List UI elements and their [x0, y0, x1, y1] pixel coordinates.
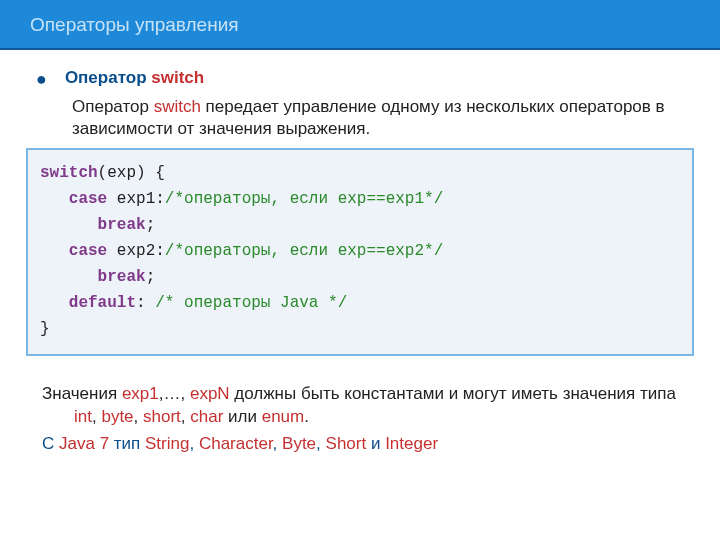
page-title: Операторы управления [30, 14, 690, 36]
operator-keyword: switch [151, 68, 204, 87]
code-line-4: case exp2:/*операторы, если exp==exp2*/ [40, 238, 680, 264]
footer-paragraph-2: С Java 7 тип String, Character, Byte, Sh… [42, 432, 678, 455]
code-line-6: default: /* операторы Java */ [40, 290, 680, 316]
code-line-5: break; [40, 264, 680, 290]
operator-title: Оператор switch [65, 68, 204, 88]
desc-keyword: switch [154, 97, 201, 116]
footer-notes: Значения exp1,…, expN должны быть конста… [42, 382, 678, 455]
operator-label: Оператор [65, 68, 151, 87]
desc-pre: Оператор [72, 97, 154, 116]
footer-paragraph-1: Значения exp1,…, expN должны быть конста… [42, 382, 678, 428]
slide-content: ● Оператор switch Оператор switch переда… [0, 50, 720, 455]
code-line-2: case exp1:/*операторы, если exp==exp1*/ [40, 186, 680, 212]
bullet-item: ● Оператор switch [36, 68, 698, 90]
code-block: switch(exp) { case exp1:/*операторы, есл… [26, 148, 694, 356]
code-line-1: switch(exp) { [40, 160, 680, 186]
code-line-3: break; [40, 212, 680, 238]
code-line-7: } [40, 316, 680, 342]
operator-description: Оператор switch передает управление одно… [72, 96, 698, 140]
slide-header: Операторы управления [0, 0, 720, 50]
bullet-icon: ● [36, 68, 47, 90]
